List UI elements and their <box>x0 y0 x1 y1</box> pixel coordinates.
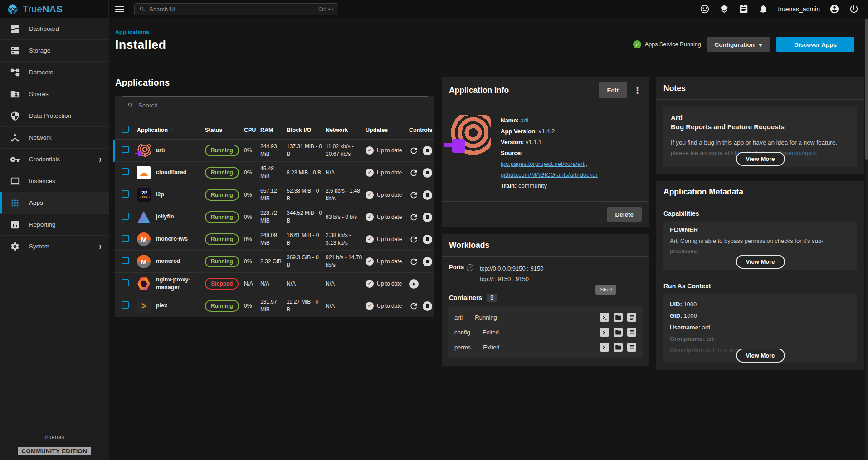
column-network[interactable]: Network <box>326 127 366 133</box>
table-search-input[interactable]: Search <box>122 96 428 114</box>
source-link-1[interactable]: tpo.pages.torproject.net/core/arti <box>501 160 585 167</box>
container-shell-icon[interactable] <box>600 313 609 322</box>
shell-tooltip: Shell <box>595 285 616 295</box>
container-shell-icon[interactable] <box>600 328 609 337</box>
restart-app-icon[interactable] <box>409 301 419 311</box>
container-folder-icon[interactable] <box>614 313 623 322</box>
configuration-button[interactable]: Configuration▼ <box>707 37 770 52</box>
source-link-2[interactable]: github.com/MAGICGrants/arti-docker <box>501 171 598 178</box>
sidebar-item-data-protection[interactable]: Data Protection <box>0 105 109 127</box>
key-icon <box>10 155 20 165</box>
table-row[interactable]: i2p Running 0% 657.12 MiB 52.38 MiB - 0 … <box>113 184 434 206</box>
edit-button[interactable]: Edit <box>599 82 627 98</box>
table-row[interactable]: plex Running 0% 131.57 MiB 11.27 MiB - 0… <box>113 295 434 317</box>
container-folder-icon[interactable] <box>614 328 623 337</box>
column-ram[interactable]: RAM <box>260 127 287 133</box>
row-checkbox[interactable] <box>122 235 129 242</box>
username-row: Username: arti <box>670 322 851 333</box>
capability-view-more-button[interactable]: View More <box>736 255 785 269</box>
container-folder-icon[interactable] <box>614 343 623 352</box>
column-block-io[interactable]: Block I/O <box>287 127 326 133</box>
notifications-bell-icon[interactable] <box>758 4 768 14</box>
table-row[interactable]: cloudflared Running 0% 45.48 MiB 8.23 Mi… <box>113 162 434 184</box>
feedback-smiley-icon[interactable] <box>700 4 710 14</box>
kebab-menu-icon[interactable]: ⋮ <box>633 85 642 96</box>
container-shell-icon[interactable] <box>600 343 609 352</box>
jobs-clipboard-icon[interactable] <box>739 4 749 14</box>
sidebar-item-shares[interactable]: Shares <box>0 83 109 105</box>
table-row[interactable]: nginx-proxy-manager Stopped N/A N/A N/A … <box>113 273 434 295</box>
row-checkbox[interactable] <box>122 301 129 309</box>
menu-toggle-icon[interactable] <box>115 5 126 13</box>
sidebar-item-network[interactable]: Network <box>0 127 109 149</box>
column-cpu[interactable]: CPU <box>244 127 260 133</box>
stop-app-icon[interactable] <box>423 146 432 155</box>
restart-app-icon[interactable] <box>409 190 419 200</box>
app-name-link[interactable]: arti <box>520 117 528 124</box>
stop-app-icon[interactable] <box>423 168 432 178</box>
sidebar-item-storage[interactable]: Storage <box>0 40 109 62</box>
row-checkbox[interactable] <box>122 168 129 175</box>
app-icon <box>137 277 151 291</box>
power-icon[interactable] <box>849 4 859 14</box>
stop-app-icon[interactable] <box>423 235 432 244</box>
stop-app-icon[interactable] <box>423 213 432 222</box>
sidebar-item-instances[interactable]: Instances <box>0 170 109 192</box>
global-search-input[interactable]: Search UI Ctrl + / <box>134 3 338 15</box>
app-name: jellyfin <box>156 213 174 221</box>
breadcrumb[interactable]: Applications <box>115 29 166 35</box>
row-checkbox[interactable] <box>122 257 129 264</box>
restart-app-icon[interactable] <box>409 213 419 222</box>
select-all-checkbox[interactable] <box>122 126 129 133</box>
row-checkbox[interactable] <box>122 213 129 220</box>
restart-app-icon[interactable] <box>409 235 419 244</box>
row-checkbox[interactable] <box>122 279 129 286</box>
truenas-logo[interactable]: TrueNAS <box>0 0 109 18</box>
delete-button[interactable]: Delete <box>607 207 642 222</box>
stop-app-icon[interactable] <box>423 301 432 311</box>
sidebar-item-reporting[interactable]: Reporting <box>0 214 109 236</box>
sidebar-item-credentials[interactable]: Credentials › <box>0 149 109 170</box>
row-checkbox[interactable] <box>122 190 129 198</box>
account-avatar-icon[interactable] <box>829 4 839 14</box>
container-state: Running <box>475 314 497 321</box>
stop-app-icon[interactable] <box>423 190 432 200</box>
up-to-date-check-icon: ✓ <box>366 302 374 310</box>
containers-count-badge: 3 <box>487 294 497 302</box>
column-updates[interactable]: Updates <box>366 127 409 133</box>
restart-app-icon[interactable] <box>409 168 419 178</box>
start-app-icon[interactable]: ▶ <box>409 279 419 289</box>
applications-section-title: Applications <box>115 77 434 88</box>
column-status[interactable]: Status <box>205 127 244 133</box>
truecommand-layers-icon[interactable] <box>719 4 729 14</box>
container-logs-icon[interactable] <box>627 313 636 322</box>
sidebar-item-dashboard[interactable]: Dashboard <box>0 18 109 40</box>
stop-app-icon[interactable] <box>423 257 432 266</box>
table-row[interactable]: monero-lws Running 0% 248.09 MiB 16.61 M… <box>113 228 434 251</box>
notes-card: Arti Bug Reports and Feature Requests If… <box>663 107 857 167</box>
table-row[interactable]: jellyfin Running 0% 328.72 MiB 344.52 Mi… <box>113 206 434 228</box>
notes-view-more-button[interactable]: View More <box>736 152 785 166</box>
container-logs-icon[interactable] <box>627 343 636 352</box>
help-icon[interactable]: ? <box>467 264 473 271</box>
container-logs-icon[interactable] <box>627 328 636 337</box>
container-name: arti <box>454 314 463 321</box>
port-value: tcp://0.0.0.0:9150 : 9150 <box>480 264 543 274</box>
column-application[interactable]: Application↑ <box>137 127 205 133</box>
sidebar-item-datasets[interactable]: Datasets <box>0 62 109 83</box>
app-icon <box>137 255 151 268</box>
table-row[interactable]: arti Running 0% 244.93 MiB 137.31 MiB - … <box>113 140 434 162</box>
sidebar-item-apps[interactable]: Apps <box>0 192 109 214</box>
row-checkbox[interactable] <box>122 146 129 153</box>
restart-app-icon[interactable] <box>409 257 419 266</box>
sidebar-item-system[interactable]: System › <box>0 236 109 257</box>
table-row[interactable]: monerod Running 0% 2.32 GiB 369.3 GiB - … <box>113 251 434 273</box>
metadata-title: Application Metadata <box>663 187 743 197</box>
runas-view-more-button[interactable]: View More <box>736 349 785 363</box>
block-io-value: 137.31 MiB - 0 B <box>287 143 326 158</box>
scrollbar-thumb[interactable] <box>865 19 868 160</box>
restart-app-icon[interactable] <box>409 146 419 155</box>
app-name: monero-lws <box>156 235 188 243</box>
updates-cell: ✓ Up to date <box>366 169 409 177</box>
discover-apps-button[interactable]: Discover Apps <box>776 37 854 52</box>
